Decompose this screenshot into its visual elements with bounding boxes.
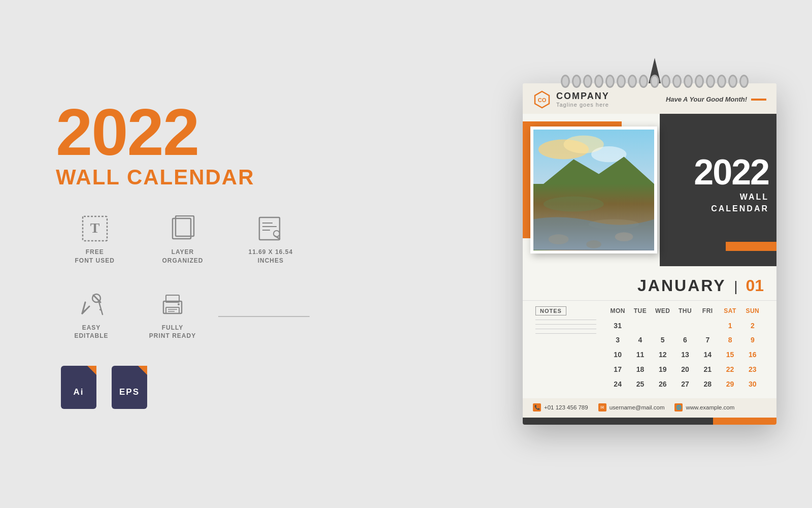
feature-dimensions-label: 11.69 X 16.54INCHES [248, 248, 293, 265]
cal-day: 1 [719, 319, 741, 333]
calendar-grid: MON TUE WED THU FRI SAT SUN 31 - - - [606, 306, 764, 391]
cal-day: 28 [696, 377, 719, 391]
feature-editable: EASYEDITABLE [56, 291, 127, 341]
day-tue: TUE [629, 306, 651, 316]
bottom-dark [523, 418, 713, 425]
svg-point-8 [274, 231, 280, 237]
eps-corner [138, 366, 147, 375]
svg-rect-19 [166, 307, 179, 313]
contact-phone: 📞 +01 123 456 789 [533, 403, 588, 411]
cal-day: 10 [606, 348, 629, 362]
eps-file-icon: EPS [112, 366, 147, 409]
editable-icon [78, 291, 106, 319]
cal-day: 22 [719, 363, 741, 376]
calendar-wall-overlay: WALL [740, 193, 769, 202]
cal-day-empty: - [674, 319, 696, 333]
calendar-calendar-overlay: CALENDAR [711, 204, 769, 213]
sky-svg [533, 130, 654, 184]
cal-day: 4 [629, 333, 651, 347]
company-tagline: Tagline goes here [556, 102, 610, 108]
email-icon: ✉ [598, 403, 606, 411]
day-fri: FRI [696, 306, 719, 316]
feature-free-font: T FREEFONT USED [56, 215, 133, 265]
calendar-wrapper: CO COMPANY Tagline goes here Have A Your… [523, 83, 787, 425]
svg-point-34 [586, 240, 601, 248]
month-name: JANUARY [637, 276, 726, 295]
day-sun: SUN [741, 306, 764, 316]
company-text: COMPANY Tagline goes here [556, 91, 610, 108]
cal-day: 25 [629, 377, 651, 391]
cal-day: 7 [696, 333, 719, 347]
feature-dimensions: 11.69 X 16.54INCHES [232, 215, 310, 265]
cal-day: 13 [674, 348, 696, 362]
feature-layer-label: LAYERORGANIZED [162, 248, 203, 265]
notes-line-4 [535, 333, 596, 334]
phone-value: +01 123 456 789 [544, 404, 588, 410]
bottom-bar [523, 418, 776, 425]
svg-text:CO: CO [538, 97, 547, 103]
eps-label: EPS [119, 387, 140, 397]
feature-free-font-label: FREEFONT USED [75, 248, 114, 265]
cal-day: 30 [741, 377, 764, 391]
cal-day: 24 [606, 377, 629, 391]
left-panel: 2022 WALL CALENDAR T FREEFONT USED [25, 79, 320, 429]
cal-day: 3 [606, 333, 629, 347]
cal-day: 14 [696, 348, 719, 362]
calendar-top-section: 2022 WALL CALENDAR [523, 114, 776, 266]
logo-hexagon: CO [533, 90, 551, 109]
ground-svg [533, 184, 654, 250]
web-icon: 🌐 [674, 403, 683, 411]
calendar-grid-section: NOTES MON TUE WED THU FRI SAT SUN [523, 301, 776, 399]
svg-text:T: T [90, 220, 99, 236]
notes-line-3 [535, 329, 596, 329]
feature-print: FULLYPRINT READY [137, 291, 208, 341]
main-container: 2022 WALL CALENDAR T FREEFONT USED [25, 20, 787, 488]
notes-line-1 [535, 320, 596, 320]
cal-day: 5 [652, 333, 674, 347]
orange-bar-right [726, 242, 776, 251]
calendar-year-overlay: 2022 [694, 154, 769, 190]
notes-section: NOTES [535, 306, 596, 391]
file-icons: Ai EPS [56, 366, 310, 409]
header-orange-bar [751, 99, 766, 101]
day-mon: MON [606, 306, 629, 316]
cal-day: 31 [606, 319, 629, 333]
cal-day: 27 [674, 377, 696, 391]
cal-day: 29 [719, 377, 741, 391]
cal-day: 12 [652, 348, 674, 362]
free-font-icon: T [81, 215, 109, 243]
feature-layer: LAYERORGANIZED [144, 215, 221, 265]
cal-day: 17 [606, 363, 629, 376]
calendar-footer: 📞 +01 123 456 789 ✉ username@mail.com 🌐 … [523, 398, 776, 418]
cal-day: 18 [629, 363, 651, 376]
phone-icon: 📞 [533, 403, 541, 411]
calendar-photo [530, 126, 657, 253]
days-grid: 31 - - - - 1 2 3 4 5 6 7 8 9 [606, 319, 764, 391]
cal-day: 19 [652, 363, 674, 376]
email-value: username@mail.com [610, 404, 665, 410]
svg-point-35 [615, 232, 633, 241]
cal-day-empty: - [652, 319, 674, 333]
cal-day: 26 [652, 377, 674, 391]
features-grid: T FREEFONT USED LAYERORGANIZED [56, 215, 310, 265]
feature-divider [218, 313, 310, 317]
cal-day-empty: - [696, 319, 719, 333]
layer-icon [168, 215, 196, 243]
cal-day: 15 [719, 348, 741, 362]
ai-corner [87, 366, 96, 375]
notes-label: NOTES [535, 306, 566, 315]
month-number: 01 [746, 276, 764, 295]
cal-day: 20 [674, 363, 696, 376]
cal-day: 23 [741, 363, 764, 376]
year-heading: 2022 [56, 99, 310, 165]
month-divider: | [730, 278, 742, 294]
header-message: Have A Your Good Month! [666, 96, 766, 103]
month-header: JANUARY | 01 [523, 266, 776, 301]
day-wed: WED [652, 306, 674, 316]
days-header: MON TUE WED THU FRI SAT SUN [606, 306, 764, 316]
company-name: COMPANY [556, 91, 610, 102]
day-sat: SAT [719, 306, 741, 316]
cal-day: 2 [741, 319, 764, 333]
cal-day: 21 [696, 363, 719, 376]
feature-print-label: FULLYPRINT READY [149, 324, 196, 341]
